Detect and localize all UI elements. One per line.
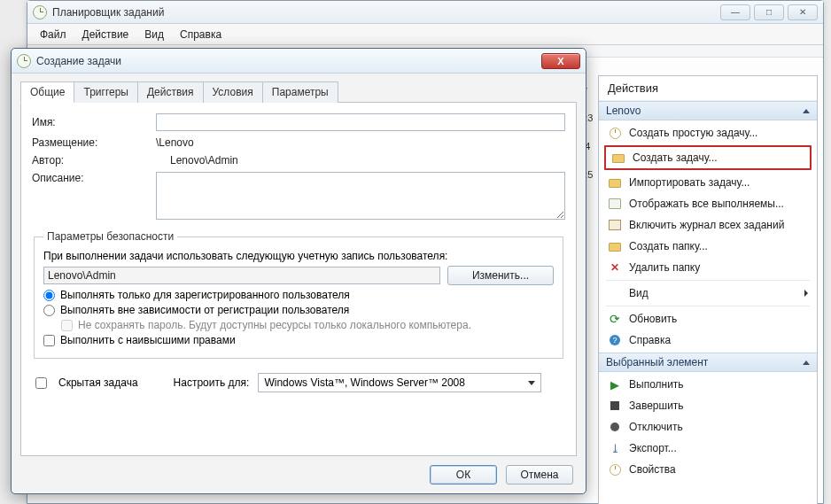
action-label: Отображать все выполняемы... — [629, 198, 784, 210]
radio-run-anytime[interactable] — [43, 305, 55, 316]
action-help[interactable]: ? Справка — [602, 330, 813, 351]
action-label: Отключить — [629, 421, 683, 433]
menu-view[interactable]: Вид — [144, 28, 164, 41]
action-delete-folder[interactable]: ✕ Удалить папку — [602, 257, 813, 278]
actions-section-lenovo[interactable]: Lenovo — [599, 101, 817, 120]
hidden-task-label: Скрытая задача — [58, 376, 138, 389]
dialog-titlebar: Создание задачи X — [12, 49, 586, 74]
action-export[interactable]: ⤓ Экспорт... — [602, 438, 813, 459]
configure-for-combo[interactable]: Windows Vista™, Windows Server™ 2008 — [258, 373, 541, 392]
action-create-basic-task[interactable]: Создать простую задачу... — [602, 122, 813, 143]
refresh-icon: ⟳ — [608, 312, 622, 326]
checkbox-highest-priv[interactable] — [43, 335, 55, 346]
action-create-task[interactable]: Создать задачу... — [604, 145, 812, 170]
actions-header: Действия — [599, 76, 817, 101]
export-icon: ⤓ — [608, 441, 622, 455]
action-label: Импортировать задачу... — [629, 176, 749, 189]
dialog-body: Общие Триггеры Действия Условия Параметр… — [12, 74, 586, 493]
action-label: Создать простую задачу... — [629, 127, 757, 139]
collapse-icon — [803, 361, 810, 365]
security-prompt: При выполнении задачи использовать следу… — [43, 250, 554, 262]
folder-icon — [612, 154, 625, 163]
action-end[interactable]: Завершить — [602, 395, 813, 416]
dialog-close-button[interactable]: X — [541, 53, 580, 69]
collapse-icon — [803, 109, 810, 113]
security-group: Параметры безопасности При выполнении за… — [34, 230, 563, 359]
action-label: Обновить — [629, 313, 677, 325]
actions-section-selected[interactable]: Выбранный элемент — [599, 353, 817, 372]
action-label: Включить журнал всех заданий — [629, 219, 784, 231]
action-properties[interactable]: Свойства — [602, 459, 813, 480]
action-disable[interactable]: Отключить — [602, 416, 813, 438]
close-button[interactable]: ✕ — [788, 4, 818, 20]
label-location: Размещение: — [32, 136, 129, 149]
action-import-task[interactable]: Импортировать задачу... — [602, 172, 813, 193]
tab-settings[interactable]: Параметры — [262, 81, 338, 103]
folder-icon — [609, 179, 621, 188]
disable-icon — [610, 423, 619, 431]
tab-panel-general: Имя: Размещение: \Lenovo Автор: Lenovo\A… — [20, 103, 577, 456]
configure-for-label: Настроить для: — [174, 376, 250, 389]
security-legend: Параметры безопасности — [43, 230, 177, 243]
radio-run-loggedon-label: Выполнять только для зарегистрированного… — [60, 289, 350, 301]
name-input[interactable] — [156, 113, 565, 131]
action-label: Выполнить — [629, 378, 684, 391]
delete-icon: ✕ — [608, 260, 622, 275]
action-label: Справка — [629, 334, 671, 346]
blank-icon — [608, 286, 622, 300]
clock-icon — [610, 464, 621, 476]
tab-actions[interactable]: Действия — [137, 81, 204, 103]
label-author: Автор: — [32, 154, 129, 167]
action-view[interactable]: Вид — [602, 283, 813, 304]
tab-conditions[interactable]: Условия — [203, 81, 263, 103]
dialog-icon — [17, 54, 31, 68]
menu-file[interactable]: Файл — [40, 28, 66, 41]
dialog-title: Создание задачи — [36, 55, 121, 67]
window-controls: — □ ✕ — [720, 4, 818, 20]
separator — [606, 306, 810, 306]
menu-action[interactable]: Действие — [82, 28, 129, 41]
chevron-right-icon — [804, 290, 808, 297]
label-description: Описание: — [32, 172, 129, 184]
tabstrip: Общие Триггеры Действия Условия Параметр… — [20, 81, 577, 103]
checkbox-no-password — [61, 320, 73, 331]
radio-run-loggedon[interactable] — [43, 290, 55, 301]
tab-general[interactable]: Общие — [20, 81, 74, 103]
checkbox-highest-priv-label: Выполнить с наивысшими правами — [60, 334, 236, 346]
action-refresh[interactable]: ⟳ Обновить — [602, 308, 813, 330]
configure-for-value: Windows Vista™, Windows Server™ 2008 — [264, 376, 465, 389]
create-task-dialog: Создание задачи X Общие Триггеры Действи… — [11, 48, 586, 494]
maximize-button[interactable]: □ — [754, 4, 784, 20]
help-icon: ? — [610, 335, 620, 345]
action-new-folder[interactable]: Создать папку... — [602, 236, 813, 257]
action-label: Экспорт... — [629, 442, 677, 454]
action-run[interactable]: ▶ Выполнить — [602, 374, 813, 395]
cancel-button[interactable]: Отмена — [506, 465, 573, 485]
menu-help[interactable]: Справка — [180, 28, 221, 41]
action-enable-history[interactable]: Включить журнал всех заданий — [602, 214, 813, 236]
minimize-button[interactable]: — — [720, 4, 750, 20]
location-value: \Lenovo — [136, 136, 194, 149]
dialog-buttons: ОК Отмена — [20, 456, 577, 493]
label-name: Имя: — [32, 116, 129, 128]
action-list-lenovo: Создать простую задачу... Создать задачу… — [599, 120, 817, 353]
change-user-button[interactable]: Изменить... — [447, 266, 554, 285]
play-icon: ▶ — [608, 377, 622, 392]
user-account-value: Lenovo\Admin — [43, 267, 440, 284]
checkbox-no-password-label: Не сохранять пароль. Будут доступны ресу… — [78, 319, 471, 331]
section-title-lenovo: Lenovo — [606, 105, 641, 117]
action-show-running[interactable]: Отображать все выполняемы... — [602, 193, 813, 214]
checkbox-hidden-task[interactable] — [35, 377, 47, 389]
description-input[interactable] — [156, 172, 565, 220]
clock-icon — [610, 128, 621, 139]
separator — [606, 280, 810, 281]
ok-button[interactable]: ОК — [430, 465, 497, 485]
stop-icon — [610, 401, 619, 410]
action-label: Вид — [629, 287, 648, 299]
main-title: Планировщик заданий — [52, 6, 164, 19]
tab-triggers[interactable]: Триггеры — [74, 81, 138, 103]
action-label: Свойства — [629, 463, 676, 476]
action-label: Завершить — [629, 399, 684, 412]
app-icon — [33, 5, 47, 19]
author-value: Lenovo\Admin — [136, 154, 238, 167]
